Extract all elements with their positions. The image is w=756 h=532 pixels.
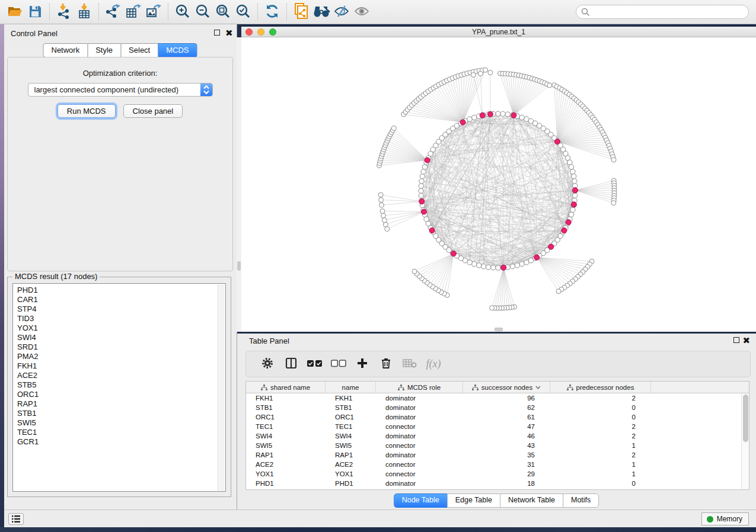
close-panel-button[interactable]: Close panel — [123, 104, 183, 118]
table-row[interactable]: SWI4SWI4dominator462 — [246, 431, 749, 441]
mcds-result-item[interactable]: PMA2 — [17, 352, 225, 361]
column-header-mcds-role[interactable]: MCDS role — [376, 382, 463, 393]
tab-network[interactable]: Network — [43, 43, 88, 57]
network-overview-button[interactable] — [291, 2, 311, 21]
mcds-result-item[interactable]: ORC1 — [17, 390, 225, 399]
tab-motifs[interactable]: Motifs — [563, 493, 599, 508]
table-cell: 0 — [550, 403, 651, 412]
table-row[interactable]: YOX1YOX1connector291 — [246, 469, 749, 479]
export-image-button[interactable] — [143, 2, 164, 21]
mcds-list-scrollbar[interactable] — [218, 284, 225, 491]
mcds-result-item[interactable]: SRD1 — [17, 342, 225, 352]
mcds-result-item[interactable]: STB5 — [17, 380, 225, 390]
tab-select[interactable]: Select — [120, 43, 158, 57]
save-session-button[interactable] — [25, 2, 45, 21]
network-horizontal-scrollbar-thumb[interactable] — [495, 328, 503, 331]
hierarchy-icon — [398, 384, 404, 390]
tab-network-table[interactable]: Network Table — [500, 493, 563, 508]
column-header-predecessor-nodes[interactable]: predecessor nodes — [550, 382, 651, 393]
table-row[interactable]: STB1STB1dominator620 — [246, 403, 749, 412]
tab-mcds[interactable]: MCDS — [158, 43, 197, 57]
import-network-icon — [57, 4, 71, 21]
export-network-button[interactable] — [103, 2, 123, 21]
network-vertical-scrollbar[interactable] — [237, 37, 241, 332]
import-network-button[interactable] — [54, 2, 74, 21]
delete-column-button[interactable] — [374, 354, 398, 374]
table-cell: 1 — [550, 460, 651, 469]
status-menu-button[interactable] — [8, 513, 24, 525]
deselect-all-button[interactable] — [327, 354, 350, 374]
float-panel-icon[interactable] — [214, 30, 220, 36]
network-vertical-scrollbar-thumb[interactable] — [237, 261, 241, 271]
show-hide-button[interactable] — [352, 2, 372, 21]
zoom-out-button[interactable] — [193, 2, 213, 21]
close-panel-icon[interactable]: ✖ — [225, 30, 233, 36]
tab-style[interactable]: Style — [87, 43, 121, 57]
mcds-result-item[interactable]: ACE2 — [17, 371, 225, 380]
tab-node-table[interactable]: Node Table — [394, 493, 448, 508]
table-scrollbar-thumb[interactable] — [743, 395, 748, 442]
search-input[interactable] — [592, 6, 740, 18]
network-window-title: YPA_prune.txt_1 — [241, 28, 756, 36]
table-settings-button[interactable] — [256, 354, 279, 374]
unchecked-checkboxes-icon — [331, 360, 346, 369]
mcds-result-item[interactable]: GCR1 — [17, 437, 225, 447]
mcds-result-item[interactable]: TID3 — [17, 314, 225, 323]
table-cell: SWI4 — [326, 431, 376, 441]
table-cell: 43 — [463, 441, 550, 450]
mcds-result-item[interactable]: PHD1 — [17, 286, 225, 295]
mcds-result-item[interactable]: STB1 — [17, 409, 225, 418]
table-row[interactable]: FKH1FKH1dominator962 — [246, 393, 749, 403]
mcds-result-item[interactable]: YOX1 — [17, 323, 225, 333]
eye-icon — [353, 5, 370, 20]
refresh-layout-icon — [264, 4, 280, 20]
select-all-button[interactable] — [303, 354, 327, 374]
add-column-button[interactable] — [350, 354, 374, 374]
mcds-result-item[interactable]: FKH1 — [17, 361, 225, 371]
column-header-name[interactable]: name — [326, 382, 376, 393]
table-row[interactable]: ORC1ORC1dominator610 — [246, 412, 749, 422]
search-field[interactable] — [576, 5, 749, 19]
zoom-selected-button[interactable] — [233, 2, 253, 21]
close-table-panel-icon[interactable]: ✖ — [742, 338, 750, 344]
toolbar-separator — [168, 4, 168, 20]
column-header-successor-nodes[interactable]: successor nodes — [463, 382, 550, 393]
tab-edge-table[interactable]: Edge Table — [447, 493, 500, 508]
table-scrollbar[interactable] — [741, 393, 749, 489]
zoom-fit-button[interactable] — [213, 2, 233, 21]
table-row[interactable]: RAP1RAP1dominator352 — [246, 450, 749, 460]
mcds-result-item[interactable]: RAP1 — [17, 399, 225, 409]
mcds-result-item[interactable]: SWI5 — [17, 418, 225, 428]
table-row[interactable]: SWI5SWI5connector431 — [246, 441, 749, 450]
network-window-titlebar: YPA_prune.txt_1 — [241, 27, 756, 37]
export-table-button[interactable] — [123, 2, 143, 21]
table-cell: 62 — [463, 403, 550, 412]
float-table-panel-icon[interactable] — [733, 337, 739, 343]
memory-button[interactable]: Memory — [701, 512, 749, 525]
table-cell: 2 — [550, 393, 651, 403]
table-row[interactable]: ACE2ACE2connector311 — [246, 460, 749, 469]
table-row[interactable]: TEC1TEC1connector472 — [246, 422, 749, 431]
apply-layout-button[interactable] — [262, 2, 282, 21]
toggle-graphics-details-button[interactable] — [331, 2, 352, 21]
mcds-result-item[interactable]: CAR1 — [17, 295, 225, 305]
column-header-shared-name[interactable]: shared name — [246, 382, 326, 393]
import-table-button[interactable] — [74, 2, 94, 21]
show-columns-button[interactable] — [279, 354, 303, 374]
mcds-result-item[interactable]: STP4 — [17, 305, 225, 314]
mcds-result-item[interactable]: TEC1 — [17, 428, 225, 437]
search-binoculars-button[interactable] — [311, 2, 331, 21]
search-icon — [581, 8, 590, 17]
mcds-result-item[interactable]: SWI4 — [17, 333, 225, 342]
zoom-selected-icon — [235, 4, 251, 21]
run-mcds-button[interactable]: Run MCDS — [58, 104, 116, 118]
optimization-criterion-label: Optimization criterion: — [8, 69, 232, 78]
network-canvas[interactable] — [241, 37, 756, 332]
table-cell: 2 — [550, 431, 651, 441]
function-builder-button[interactable]: f(x) — [422, 354, 445, 374]
open-folder-button[interactable] — [5, 2, 25, 21]
optimization-criterion-select[interactable]: largest connected component (undirected) — [28, 83, 213, 97]
delete-table-button[interactable] — [398, 354, 422, 374]
table-row[interactable]: PHD1PHD1dominator180 — [246, 479, 749, 488]
zoom-in-button[interactable] — [173, 2, 193, 21]
